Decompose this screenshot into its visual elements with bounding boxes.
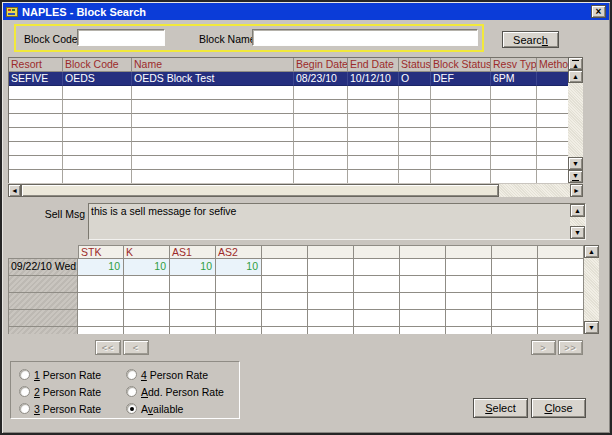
table-cell — [431, 170, 491, 183]
table-cell — [399, 170, 431, 183]
table-cell — [294, 100, 348, 114]
rate-grid-scroll-track[interactable] — [584, 258, 599, 321]
rate-grid-row: 09/22/10 Wed10101010 — [8, 259, 584, 276]
table-cell — [491, 128, 537, 142]
rate-cell-empty — [262, 276, 308, 293]
rate-cell-empty — [170, 310, 216, 327]
table-row-selected[interactable]: SEFIVEOEDSOEDS Block Test08/23/1010/12/1… — [9, 72, 568, 86]
app-icon — [6, 6, 19, 18]
table-cell — [537, 142, 568, 156]
scroll-right-icon[interactable]: ► — [570, 184, 583, 197]
table-cell — [63, 156, 132, 170]
scroll-up-icon[interactable]: ▲ — [584, 245, 599, 258]
sell-msg-scroll-track[interactable] — [570, 217, 585, 226]
search-criteria-panel: Block Code Block Name — [14, 24, 484, 52]
table-cell — [431, 156, 491, 170]
rate-grid-row — [8, 310, 584, 327]
rate-cell-empty — [78, 276, 124, 293]
pager-next-button[interactable]: > — [531, 340, 556, 355]
radio-label: 2 Person Rate — [34, 386, 101, 398]
table-cell — [491, 100, 537, 114]
pager-last-button[interactable]: >> — [558, 340, 583, 355]
rate-cell-empty — [262, 310, 308, 327]
rate-cell-empty — [538, 276, 584, 293]
search-button[interactable]: Search — [502, 31, 559, 48]
table-cell — [348, 86, 399, 100]
radio-4-person-rate[interactable]: 4 Person Rate — [126, 366, 239, 383]
scrollbar-thumb[interactable] — [21, 184, 499, 197]
scroll-down-icon[interactable]: ▼ — [568, 157, 583, 170]
rate-cell-empty — [400, 327, 446, 334]
table-cell — [132, 156, 294, 170]
table-cell — [399, 100, 431, 114]
block-code-input[interactable] — [77, 29, 165, 46]
table-row[interactable] — [9, 114, 568, 128]
table-cell — [294, 86, 348, 100]
radio-available[interactable]: Available — [126, 400, 239, 417]
pager-first-button[interactable]: << — [95, 340, 121, 355]
radio-3-person-rate[interactable]: 3 Person Rate — [19, 400, 126, 417]
radio-1-person-rate[interactable]: 1 Person Rate — [19, 366, 126, 383]
close-button[interactable]: Close — [531, 398, 586, 418]
scroll-up-icon[interactable]: ▲ — [570, 204, 585, 217]
select-button[interactable]: Select — [473, 398, 528, 418]
table-cell — [431, 128, 491, 142]
rate-cell[interactable]: 10 — [216, 259, 262, 276]
rate-cell[interactable]: 10 — [170, 259, 216, 276]
sell-msg-field[interactable]: this is a sell message for sefive ▲ ▼ — [88, 203, 586, 240]
rate-grid-scrollbar[interactable]: ▲ ▼ — [584, 245, 599, 334]
results-horizontal-scrollbar[interactable]: ◄ ► — [8, 184, 583, 197]
rate-cell-empty — [78, 310, 124, 327]
results-vscroll-track[interactable] — [568, 83, 583, 157]
radio-label: 1 Person Rate — [34, 369, 101, 381]
scroll-down-icon[interactable]: ▼ — [584, 321, 599, 334]
date-row-header — [8, 327, 78, 334]
rate-cell-empty — [400, 259, 446, 276]
radio-add-person-rate[interactable]: Add. Person Rate — [126, 383, 239, 400]
results-vertical-scrollbar[interactable]: ▲ ▲ ▼ ▼ — [568, 57, 583, 183]
scroll-up-icon[interactable]: ▲ — [568, 70, 583, 83]
table-row[interactable] — [9, 86, 568, 100]
rate-cell-empty — [446, 276, 492, 293]
table-cell — [9, 128, 63, 142]
table-cell — [294, 128, 348, 142]
rate-cell-empty — [538, 327, 584, 334]
table-cell — [537, 114, 568, 128]
table-row[interactable] — [9, 156, 568, 170]
rate-cell[interactable]: 10 — [78, 259, 124, 276]
rate-availability-grid: STKKAS1AS209/22/10 Wed10101010 — [8, 245, 584, 334]
column-header-begin-date: Begin Date — [294, 58, 348, 72]
pager-previous-button[interactable]: < — [123, 340, 149, 355]
rate-cell-empty — [216, 327, 262, 334]
table-cell — [132, 128, 294, 142]
close-icon[interactable]: × — [591, 5, 606, 18]
table-cell: OEDS — [63, 72, 132, 86]
block-name-input[interactable] — [252, 29, 478, 46]
table-row[interactable] — [9, 128, 568, 142]
table-cell — [399, 156, 431, 170]
scroll-to-top-icon[interactable]: ▲ — [568, 57, 583, 70]
table-cell — [537, 72, 568, 86]
title-bar[interactable]: NAPLES - Block Search × — [3, 3, 609, 20]
table-cell: SEFIVE — [9, 72, 63, 86]
radio-2-person-rate[interactable]: 2 Person Rate — [19, 383, 126, 400]
rate-column-header-empty — [308, 245, 354, 259]
table-row[interactable] — [9, 100, 568, 114]
table-cell: 10/12/10 — [348, 72, 399, 86]
rate-cell-empty — [354, 327, 400, 334]
sell-msg-label: Sell Msg — [22, 208, 85, 220]
table-row[interactable] — [9, 170, 568, 183]
rate-cell[interactable]: 10 — [124, 259, 170, 276]
rate-cell-empty — [400, 293, 446, 310]
scroll-down-icon[interactable]: ▼ — [570, 226, 585, 239]
scroll-left-icon[interactable]: ◄ — [8, 184, 21, 197]
table-cell — [132, 142, 294, 156]
table-row[interactable] — [9, 142, 568, 156]
scroll-to-bottom-icon[interactable]: ▼ — [568, 170, 583, 183]
results-hscroll-track[interactable] — [21, 184, 570, 197]
rate-cell-empty — [308, 276, 354, 293]
table-cell — [491, 86, 537, 100]
rate-cell-empty — [216, 276, 262, 293]
sell-msg-scrollbar[interactable]: ▲ ▼ — [570, 204, 585, 239]
rate-cell-empty — [308, 293, 354, 310]
